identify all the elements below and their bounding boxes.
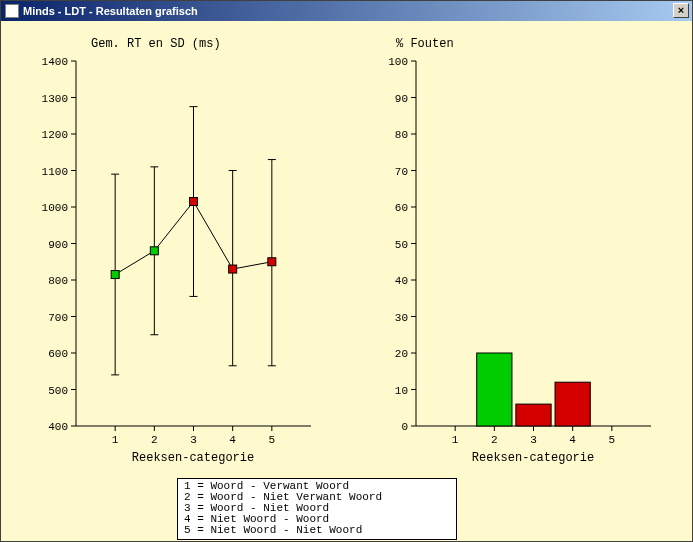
titlebar[interactable]: Minds - LDT - Resultaten grafisch ×	[1, 1, 692, 21]
svg-rect-89	[516, 404, 551, 426]
svg-text:1: 1	[112, 434, 119, 446]
svg-text:30: 30	[395, 312, 408, 324]
svg-text:1100: 1100	[42, 166, 68, 178]
rt-chart-xlabel: Reeksen-categorie	[132, 451, 254, 465]
err-chart-xlabel: Reeksen-categorie	[472, 451, 594, 465]
svg-text:2: 2	[491, 434, 498, 446]
svg-text:1200: 1200	[42, 129, 68, 141]
svg-text:80: 80	[395, 129, 408, 141]
svg-text:10: 10	[395, 385, 408, 397]
svg-text:3: 3	[530, 434, 537, 446]
svg-text:400: 400	[48, 421, 68, 433]
rt-chart-title: Gem. RT en SD (ms)	[91, 37, 221, 51]
svg-text:3: 3	[190, 434, 197, 446]
svg-rect-88	[477, 353, 512, 426]
svg-text:700: 700	[48, 312, 68, 324]
svg-text:1400: 1400	[42, 56, 68, 68]
svg-text:90: 90	[395, 93, 408, 105]
app-icon	[5, 4, 19, 18]
svg-rect-37	[111, 271, 119, 279]
svg-text:2: 2	[151, 434, 158, 446]
svg-rect-45	[190, 198, 198, 206]
svg-text:900: 900	[48, 239, 68, 251]
svg-text:20: 20	[395, 348, 408, 360]
svg-text:500: 500	[48, 385, 68, 397]
category-legend: 1 = Woord - Verwant Woord 2 = Woord - Ni…	[177, 478, 457, 540]
svg-text:600: 600	[48, 348, 68, 360]
err-chart-title: % Fouten	[396, 37, 454, 51]
svg-text:100: 100	[388, 56, 408, 68]
svg-text:60: 60	[395, 202, 408, 214]
app-window: Minds - LDT - Resultaten grafisch × Gem.…	[0, 0, 693, 542]
close-icon: ×	[678, 5, 684, 16]
svg-text:5: 5	[609, 434, 616, 446]
svg-text:800: 800	[48, 275, 68, 287]
svg-text:1: 1	[452, 434, 459, 446]
rt-chart: Gem. RT en SD (ms) 400500600700800900100…	[16, 31, 346, 471]
svg-rect-49	[229, 265, 237, 273]
svg-rect-41	[150, 247, 158, 255]
svg-text:1300: 1300	[42, 93, 68, 105]
svg-text:5: 5	[269, 434, 276, 446]
close-button[interactable]: ×	[673, 3, 689, 18]
svg-text:4: 4	[229, 434, 236, 446]
svg-text:50: 50	[395, 239, 408, 251]
legend-line: 5 = Niet Woord - Niet Woord	[184, 524, 362, 536]
svg-rect-53	[268, 258, 276, 266]
client-area: Gem. RT en SD (ms) 400500600700800900100…	[1, 21, 692, 541]
svg-text:1000: 1000	[42, 202, 68, 214]
svg-text:4: 4	[569, 434, 576, 446]
svg-text:0: 0	[401, 421, 408, 433]
window-title: Minds - LDT - Resultaten grafisch	[23, 5, 198, 17]
svg-text:70: 70	[395, 166, 408, 178]
svg-text:40: 40	[395, 275, 408, 287]
err-chart: % Fouten 0102030405060708090100 12345 Re…	[361, 31, 681, 471]
svg-rect-90	[555, 382, 590, 426]
